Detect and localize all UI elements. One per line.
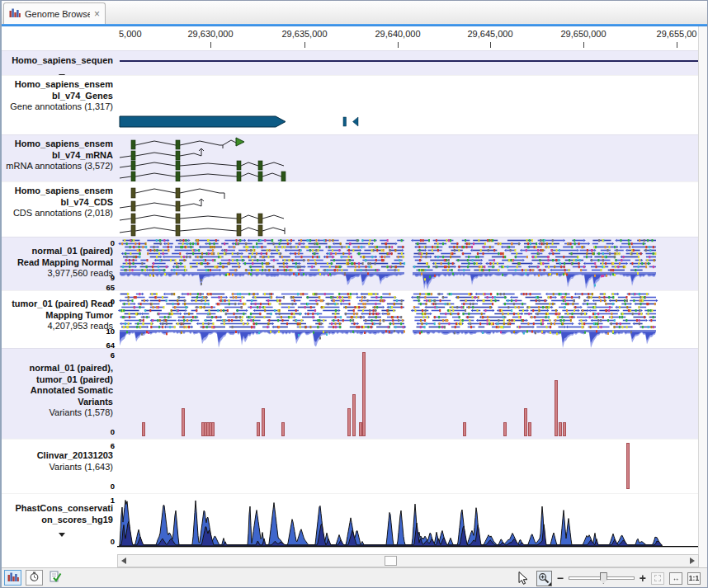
status-bar: − + ↔ 1:1 xyxy=(2,567,707,587)
variant-bar[interactable] xyxy=(463,422,466,436)
track-clinvar: Clinvar_20131203Variants (1,643)60 xyxy=(2,439,699,493)
scroll-thumb[interactable] xyxy=(385,556,397,566)
ruler-tick-mark xyxy=(398,42,399,48)
zoom-slider[interactable] xyxy=(569,572,635,585)
track-content-somatic-variants[interactable] xyxy=(117,349,699,439)
track-title-line: Clinvar_20131203 xyxy=(2,450,113,462)
ruler-tick-label: 29,630,000 xyxy=(177,29,243,39)
tab-genome-browser[interactable]: Genome Browse... × xyxy=(3,2,106,24)
variant-bar[interactable] xyxy=(524,408,527,436)
tab-title: Genome Browse... xyxy=(25,9,90,19)
track-title-line: Homo_sapiens_ensem xyxy=(2,139,113,150)
close-icon[interactable]: × xyxy=(94,10,100,18)
track-label-cds[interactable]: Homo_sapiens_ensembl_v74_CDSCDS annotati… xyxy=(2,182,117,237)
track-content-sequence[interactable] xyxy=(117,51,699,75)
track-content-cds[interactable] xyxy=(117,182,699,237)
variant-bar[interactable] xyxy=(559,422,562,436)
axis-label: 10 xyxy=(2,327,115,336)
track-subtitle: Gene annotations (1,317) xyxy=(2,101,113,113)
scroll-left-arrow-icon[interactable] xyxy=(121,557,126,564)
track-tumor-reads: tumor_01 (paired) ReadMapping Tumor4,207… xyxy=(2,290,699,348)
track-phastcons: PhastCons_conservation_scores_hg1910 xyxy=(2,493,699,554)
actual-size-button[interactable]: 1:1 xyxy=(687,572,701,585)
axis-label: 0 xyxy=(2,537,115,546)
track-title-line: normal_01 (paired), xyxy=(2,363,113,374)
track-mrna: Homo_sapiens_ensembl_v74_mRNAmRNA annota… xyxy=(2,134,699,181)
variant-bar[interactable] xyxy=(503,422,507,436)
track-title-line: Homo_sapiens_ensem xyxy=(2,79,113,91)
track-content-tumor-reads[interactable] xyxy=(117,291,699,348)
conservation-canvas xyxy=(117,494,699,554)
track-title-line: Mapping Tumor xyxy=(2,310,113,322)
variant-bar[interactable] xyxy=(528,422,531,436)
vertical-scrollbar-gutter[interactable] xyxy=(698,26,707,567)
track-layout-button[interactable] xyxy=(4,570,21,586)
zoom-to-selection-button[interactable] xyxy=(651,572,664,585)
zoom-in-tool-button[interactable] xyxy=(536,571,552,586)
zoom-in-plus-button[interactable]: + xyxy=(640,572,646,584)
variant-bar[interactable] xyxy=(352,394,356,436)
zoom-controls: − + ↔ 1:1 xyxy=(516,568,701,588)
variant-bar[interactable] xyxy=(182,408,185,436)
mini-chart-icon xyxy=(7,571,19,586)
element-info-button[interactable] xyxy=(47,570,64,586)
horizontal-scrollbar[interactable] xyxy=(117,554,699,567)
fit-width-button[interactable]: ↔ xyxy=(669,572,682,585)
variant-bar[interactable] xyxy=(626,443,630,489)
browser-view: 5,00029,630,00029,635,00029,640,00029,64… xyxy=(2,26,707,567)
ruler-tick-mark xyxy=(490,42,491,48)
ruler-tick-mark xyxy=(210,42,211,48)
track-content-phastcons[interactable] xyxy=(117,494,699,554)
variant-bar[interactable] xyxy=(262,408,265,436)
variant-bar[interactable] xyxy=(257,422,260,436)
track-content-genes[interactable] xyxy=(117,76,699,134)
track-content-mrna[interactable] xyxy=(117,135,699,181)
track-subtitle: mRNA annotations (3,572) xyxy=(2,161,113,172)
axis-label: 1 xyxy=(2,496,115,505)
track-title-line: Homo_sapiens_ensem xyxy=(2,186,113,197)
tab-bar: Genome Browse... × xyxy=(2,1,707,24)
track-content-normal-reads[interactable] xyxy=(117,238,699,290)
ruler-tick-label: 29,645,000 xyxy=(457,29,523,39)
axis-label: 6 xyxy=(2,441,115,450)
dashed-box-icon xyxy=(654,575,661,581)
track-content-clinvar[interactable] xyxy=(117,440,699,493)
tool-dropdown-corner-icon xyxy=(548,582,551,586)
variant-bar[interactable] xyxy=(211,422,215,436)
variant-bar[interactable] xyxy=(563,422,566,436)
history-button[interactable] xyxy=(26,570,43,586)
zoom-out-minus-button[interactable]: − xyxy=(557,572,564,584)
track-label-genes[interactable]: Homo_sapiens_ensembl_v74_GenesGene annot… xyxy=(2,76,117,134)
track-label-sequence[interactable]: Homo_sapiens_sequen xyxy=(2,51,117,75)
zoom-slider-thumb[interactable] xyxy=(600,572,607,584)
track-subtitle: Variants (1,643) xyxy=(2,462,113,473)
track-cds: Homo_sapiens_ensembl_v74_CDSCDS annotati… xyxy=(2,181,699,237)
track-label-somatic-variants[interactable]: normal_01 (paired),tumor_01 (paired)Anno… xyxy=(2,349,117,439)
genome-browser-window: Genome Browse... × 5,00029,630,00029,635… xyxy=(0,0,708,588)
variant-bar[interactable] xyxy=(142,422,145,436)
cds-glyphs xyxy=(117,182,699,237)
selection-cursor-icon[interactable] xyxy=(516,571,531,586)
ruler-tick-label: 29,650,000 xyxy=(550,29,616,39)
variant-bar[interactable] xyxy=(362,352,366,436)
track-somatic-variants: normal_01 (paired),tumor_01 (paired)Anno… xyxy=(2,348,699,439)
track-genes: Homo_sapiens_ensembl_v74_GenesGene annot… xyxy=(2,75,699,134)
track-title-line: Homo_sapiens_sequen xyxy=(2,55,113,67)
track-title-line: Read Mapping Normal xyxy=(2,257,113,269)
ruler-tick-mark xyxy=(583,42,584,48)
variant-bar[interactable] xyxy=(347,408,351,436)
ruler-tick-mark xyxy=(304,42,305,48)
track-chart-icon xyxy=(9,7,21,21)
coordinate-ruler: 5,00029,630,00029,635,00029,640,00029,64… xyxy=(117,26,699,50)
read-mapping-canvas xyxy=(117,291,699,348)
axis-label: 0 xyxy=(2,427,115,436)
track-label-mrna[interactable]: Homo_sapiens_ensembl_v74_mRNAmRNA annota… xyxy=(2,135,117,181)
variant-bar[interactable] xyxy=(555,380,558,436)
track-sequence: Homo_sapiens_sequen xyxy=(2,50,699,75)
scroll-right-arrow-icon[interactable] xyxy=(690,557,695,564)
axis-label: 6 xyxy=(2,350,115,360)
variant-bar[interactable] xyxy=(281,422,285,436)
mrna-glyphs xyxy=(117,135,699,181)
track-title-line: bl_v74_Genes xyxy=(2,91,113,102)
clock-icon xyxy=(29,571,40,586)
